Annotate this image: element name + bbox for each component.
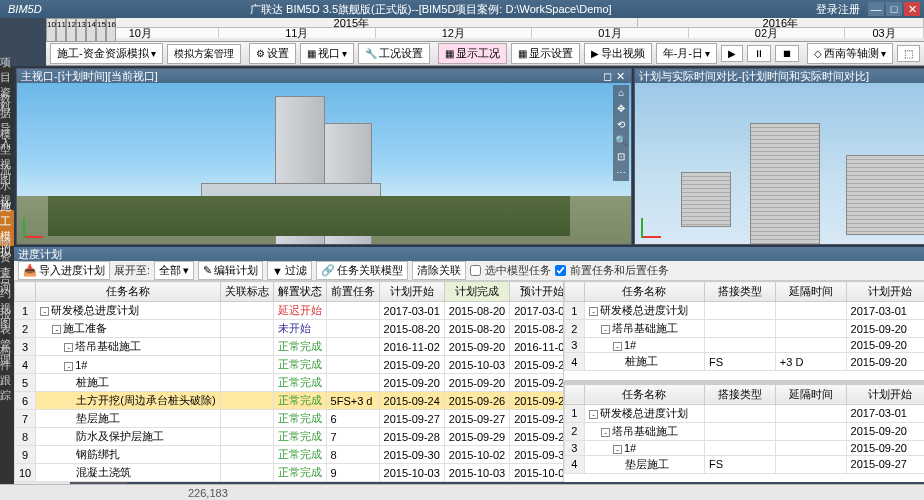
vtool-fit-icon[interactable]: ⊡	[613, 149, 629, 165]
table-row[interactable]: 2-塔吊基础施工2015-09-202016-11-02	[564, 320, 924, 338]
schedule-grid[interactable]: 任务名称 关联标志 解置状态 前置任务 计划开始 计划完成 预计开始 预计完成 …	[14, 281, 564, 482]
status-bar: 226,183	[0, 484, 924, 500]
table-row[interactable]: 3-塔吊基础施工正常完成2016-11-022015-09-202016-11-…	[15, 338, 564, 356]
day-cell[interactable]: 14	[86, 18, 96, 42]
edit-plan-button[interactable]: ✎ 编辑计划	[198, 261, 263, 280]
table-row[interactable]: 9钢筋绑扎正常完成82015-09-302015-10-022015-09-30…	[15, 446, 564, 464]
table-row[interactable]: 2-塔吊基础施工2015-09-202016-11-02	[564, 422, 924, 440]
col-link-type[interactable]: 搭接类型	[704, 384, 775, 404]
col-plan-end[interactable]: 计划完成	[444, 282, 509, 302]
successor-grid[interactable]: 任务名称 搭接类型 延隔时间 计划开始 计划完成 1-研发楼总进度计划2017-…	[564, 384, 924, 483]
year-label: 2016年	[638, 18, 924, 27]
viewport-3d-canvas[interactable]: ⌂ ✥ ⟲ 🔍 ⊡ ⋯	[17, 83, 631, 244]
condition-set-button[interactable]: 🔧 工况设置	[358, 43, 430, 64]
table-row[interactable]: 2-施工准备未开始2015-08-202015-08-202015-08-202…	[15, 320, 564, 338]
tool-a[interactable]: ⬚	[897, 45, 920, 62]
vtool-rotate-icon[interactable]: ⟲	[613, 117, 629, 133]
col-status[interactable]: 解置状态	[273, 282, 326, 302]
viewport-tools: ⌂ ✥ ⟲ 🔍 ⊡ ⋯	[613, 85, 629, 181]
table-row[interactable]: 4-1#正常完成2015-09-202015-10-032015-09-2020…	[15, 356, 564, 374]
table-row[interactable]: 8防水及保护层施工正常完成72015-09-282015-09-292015-0…	[15, 428, 564, 446]
day-cell[interactable]: 16	[106, 18, 116, 42]
col-task-name[interactable]: 任务名称	[584, 384, 704, 404]
settings-button[interactable]: ⚙ 设置	[249, 43, 296, 64]
app-logo: BIM5D	[4, 3, 46, 15]
predecessor-check[interactable]	[555, 265, 566, 276]
col-lag[interactable]: 延隔时间	[775, 384, 846, 404]
col-link-type[interactable]: 搭接类型	[704, 282, 775, 302]
expand-select[interactable]: 全部 ▾	[154, 261, 194, 280]
viewport-title: 主视口-[计划时间][当前视口]	[21, 69, 601, 84]
schedule-panel-header: 进度计划✕	[14, 247, 924, 261]
col-lag[interactable]: 延隔时间	[775, 282, 846, 302]
clear-link-button[interactable]: 清除关联	[412, 261, 466, 280]
vtool-home-icon[interactable]: ⌂	[613, 85, 629, 101]
table-row[interactable]: 4垫层施工FS2015-09-272015-09-27	[564, 455, 924, 473]
table-row[interactable]: 7垫层施工正常完成62015-09-272015-09-272015-09-27…	[15, 410, 564, 428]
col-plan-start[interactable]: 计划开始	[379, 282, 444, 302]
viewport-compare[interactable]: 计划与实际时间对比-[计划时间和实际时间对比]◻✕ ⌂ ✥ ⟲ 🔍 ⊡	[634, 68, 924, 245]
pause-button[interactable]: ⏸	[747, 45, 771, 62]
vtool-zoom-icon[interactable]: 🔍	[613, 133, 629, 149]
vtool-pan-icon[interactable]: ✥	[613, 101, 629, 117]
month-label: 02月	[689, 28, 846, 38]
import-schedule-button[interactable]: 📥 导入进度计划	[18, 261, 110, 280]
viewport-title: 计划与实际时间对比-[计划时间和实际时间对比]	[639, 69, 924, 84]
table-row[interactable]: 3-1#2015-09-202015-10-03	[564, 440, 924, 455]
expand-label: 展开至:	[114, 263, 150, 278]
col-predecessor[interactable]: 前置任务	[326, 282, 379, 302]
coordinate-display: 226,183	[188, 487, 228, 499]
viewport-main[interactable]: 主视口-[计划时间][当前视口]◻✕ ⌂ ✥ ⟲ 🔍 ⊡ ⋯	[16, 68, 632, 245]
show-condition-button[interactable]: ▦ 显示工况	[438, 43, 507, 64]
col-est-start[interactable]: 预计开始	[510, 282, 564, 302]
play-button[interactable]: ▶	[721, 45, 743, 62]
viewport-3d-canvas[interactable]: ⌂ ✥ ⟲ 🔍 ⊡	[635, 83, 924, 244]
table-row[interactable]: 1-研发楼总进度计划2017-03-01	[564, 302, 924, 320]
table-row[interactable]: 1-研发楼总进度计划2017-03-01	[564, 404, 924, 422]
table-row[interactable]: 3-1#2015-09-202015-10-03	[564, 338, 924, 353]
viewport-max-icon[interactable]: ◻	[601, 70, 614, 83]
col-num[interactable]	[15, 282, 36, 302]
day-cell[interactable]: 10	[46, 18, 56, 42]
vtool-more-icon[interactable]: ⋯	[613, 165, 629, 181]
col-task-name[interactable]: 任务名称	[36, 282, 220, 302]
main-toolbar: 施工-资金资源模拟 ▾ 模拟方案管理 ⚙ 设置 ▦ 视口 ▾ 🔧 工况设置 ▦ …	[46, 42, 924, 66]
day-cell[interactable]: 13	[76, 18, 86, 42]
col-task-name[interactable]: 任务名称	[584, 282, 704, 302]
export-video-button[interactable]: ▶ 导出视频	[584, 43, 652, 64]
user-link[interactable]: 登录注册	[816, 2, 860, 17]
month-label: 01月	[532, 28, 689, 38]
day-cell[interactable]: 15	[96, 18, 106, 42]
filter-button[interactable]: ▼ 过滤	[267, 261, 312, 280]
predecessor-grid[interactable]: 任务名称 搭接类型 延隔时间 计划开始 计划完成 1-研发楼总进度计划2017-…	[564, 281, 924, 380]
display-set-button[interactable]: ▦ 显示设置	[511, 43, 580, 64]
table-row[interactable]: 5桩施工正常完成2015-09-202015-09-202015-09-2020…	[15, 374, 564, 392]
table-row[interactable]: 10混凝土浇筑正常完成92015-10-032015-10-032015-10-…	[15, 464, 564, 482]
col-plan-start[interactable]: 计划开始	[846, 384, 924, 404]
table-row[interactable]: 1-研发楼总进度计划延迟开始2017-03-012015-08-202017-0…	[15, 302, 564, 320]
close-button[interactable]: ✕	[904, 2, 920, 16]
col-plan-start[interactable]: 计划开始	[846, 282, 924, 302]
view-angle-select[interactable]: ◇ 西南等轴测 ▾	[807, 43, 893, 64]
timeline-days[interactable]: 10 11 12 13 14 15 16	[46, 18, 116, 42]
date-format-select[interactable]: 年-月-日 ▾	[656, 43, 717, 64]
sidebar: 项目资料 数据导入 模型视图 流水视图 施工模拟 物资查询 合约视图 报表管理 …	[0, 66, 14, 500]
table-row[interactable]: 4桩施工FS+3 D2015-09-202015-09-20	[564, 353, 924, 371]
viewport-close-icon[interactable]: ✕	[614, 70, 627, 83]
select-model-task-check[interactable]	[470, 265, 481, 276]
max-button[interactable]: □	[886, 2, 902, 16]
link-model-button[interactable]: 🔗 任务关联模型	[316, 261, 408, 280]
col-relation[interactable]: 关联标志	[220, 282, 273, 302]
day-cell[interactable]: 11	[56, 18, 66, 42]
viewport-button[interactable]: ▦ 视口 ▾	[300, 43, 354, 64]
sidebar-item-component-track[interactable]: 构件跟踪	[0, 354, 14, 390]
min-button[interactable]: —	[868, 2, 884, 16]
axis-gizmo[interactable]	[641, 208, 671, 238]
axis-gizmo[interactable]	[23, 208, 53, 238]
scheme-mgmt-button[interactable]: 模拟方案管理	[167, 44, 241, 64]
stop-button[interactable]: ⏹	[775, 45, 799, 62]
timeline-ruler[interactable]: 10 11 12 13 14 15 16 2015年 2016年 10月 11月…	[46, 18, 924, 42]
day-cell[interactable]: 12	[66, 18, 76, 42]
table-row[interactable]: 6土方开挖(周边承台桩头破除)正常完成5FS+3 d2015-09-242015…	[15, 392, 564, 410]
scheme-select[interactable]: 施工-资金资源模拟 ▾	[50, 43, 163, 64]
